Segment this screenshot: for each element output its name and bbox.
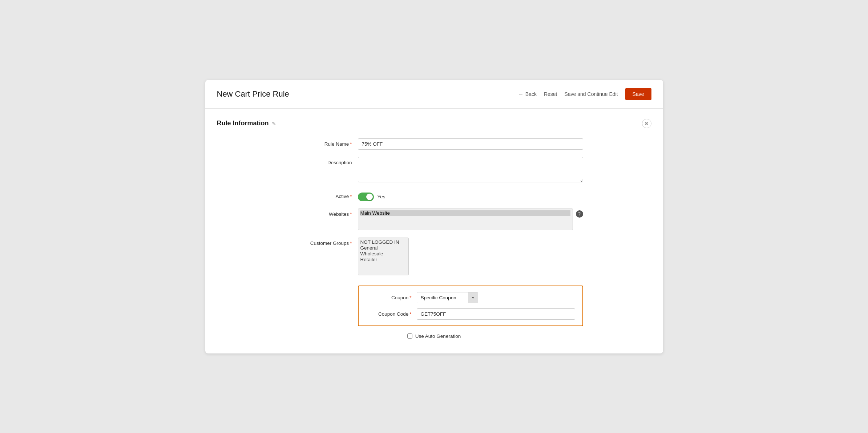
group-general[interactable]: General xyxy=(360,245,406,251)
description-input[interactable] xyxy=(358,157,583,182)
back-arrow-icon: ← xyxy=(518,91,524,97)
active-yes-label: Yes xyxy=(378,194,385,199)
websites-field: Main Website ? xyxy=(358,209,583,230)
coupon-type-row: Coupon* No Coupon Specific Coupon Auto G… xyxy=(366,292,575,303)
active-label: Active* xyxy=(285,191,358,199)
active-toggle[interactable] xyxy=(358,193,374,201)
active-row: Active* Yes xyxy=(285,191,583,201)
coupon-box: Coupon* No Coupon Specific Coupon Auto G… xyxy=(358,286,583,326)
auto-generation-row: Use Auto Generation xyxy=(285,333,583,339)
required-star-groups: * xyxy=(350,240,352,246)
section-header: Rule Information ✎ ⊙ xyxy=(217,119,651,128)
coupon-select[interactable]: No Coupon Specific Coupon Auto Generated xyxy=(417,292,468,303)
description-row: Description xyxy=(285,157,583,183)
required-star: * xyxy=(350,141,352,147)
websites-row: Websites* Main Website ? xyxy=(285,209,583,230)
coupon-section-label xyxy=(285,283,358,286)
customer-groups-label: Customer Groups* xyxy=(285,238,358,246)
websites-help-icon[interactable]: ? xyxy=(576,210,583,218)
collapse-button[interactable]: ⊙ xyxy=(642,119,651,128)
page-title: New Cart Price Rule xyxy=(217,89,289,99)
coupon-dropdown-arrow[interactable]: ▾ xyxy=(468,292,478,303)
coupon-code-row: Coupon Code* xyxy=(366,308,575,320)
websites-select-wrap: Main Website ? xyxy=(358,209,583,230)
group-retailer[interactable]: Retailer xyxy=(360,257,406,263)
required-star-websites: * xyxy=(350,211,352,217)
website-option-main[interactable]: Main Website xyxy=(360,210,570,216)
auto-generation-checkbox[interactable] xyxy=(407,333,412,339)
rule-name-field xyxy=(358,138,583,150)
toggle-wrap: Yes xyxy=(358,191,583,201)
rule-name-label: Rule Name* xyxy=(285,138,358,147)
required-star-active: * xyxy=(350,194,352,199)
header-actions: ← Back Reset Save and Continue Edit Save xyxy=(518,88,651,100)
coupon-section-field: Coupon* No Coupon Specific Coupon Auto G… xyxy=(358,283,583,326)
save-button[interactable]: Save xyxy=(625,88,651,100)
page-header: New Cart Price Rule ← Back Reset Save an… xyxy=(205,80,663,109)
active-field: Yes xyxy=(358,191,583,201)
back-button[interactable]: ← Back xyxy=(518,91,537,97)
page-content: Rule Information ✎ ⊙ Rule Name* Descript… xyxy=(205,109,663,353)
group-not-logged-in[interactable]: NOT LOGGED IN xyxy=(360,239,406,245)
section-title-wrap: Rule Information ✎ xyxy=(217,120,276,127)
save-continue-button[interactable]: Save and Continue Edit xyxy=(564,91,618,97)
dropdown-arrow-icon: ▾ xyxy=(472,295,474,300)
auto-generation-label[interactable]: Use Auto Generation xyxy=(415,333,461,339)
customer-groups-row: Customer Groups* NOT LOGGED IN General W… xyxy=(285,238,583,275)
customer-groups-select[interactable]: NOT LOGGED IN General Wholesale Retailer xyxy=(358,238,409,275)
back-label: Back xyxy=(525,91,537,97)
section-title: Rule Information xyxy=(217,120,269,127)
required-star-coupon: * xyxy=(409,295,411,300)
websites-select[interactable]: Main Website xyxy=(358,209,573,230)
description-field xyxy=(358,157,583,183)
reset-button[interactable]: Reset xyxy=(544,91,557,97)
websites-label: Websites* xyxy=(285,209,358,217)
rule-name-row: Rule Name* xyxy=(285,138,583,150)
coupon-code-label: Coupon Code* xyxy=(366,311,417,317)
form-section: Rule Name* Description Active* xyxy=(285,138,583,339)
description-label: Description xyxy=(285,157,358,165)
coupon-code-input[interactable] xyxy=(417,308,575,320)
coupon-type-label: Coupon* xyxy=(366,295,417,300)
customer-groups-field: NOT LOGGED IN General Wholesale Retailer xyxy=(358,238,583,275)
required-star-code: * xyxy=(409,311,411,317)
edit-icon[interactable]: ✎ xyxy=(272,121,276,126)
collapse-icon: ⊙ xyxy=(645,121,649,126)
toggle-slider xyxy=(358,193,374,201)
coupon-select-wrap: No Coupon Specific Coupon Auto Generated… xyxy=(417,292,478,303)
coupon-section-row: Coupon* No Coupon Specific Coupon Auto G… xyxy=(285,283,583,326)
main-card: New Cart Price Rule ← Back Reset Save an… xyxy=(205,80,663,353)
group-wholesale[interactable]: Wholesale xyxy=(360,251,406,257)
rule-name-input[interactable] xyxy=(358,138,583,150)
